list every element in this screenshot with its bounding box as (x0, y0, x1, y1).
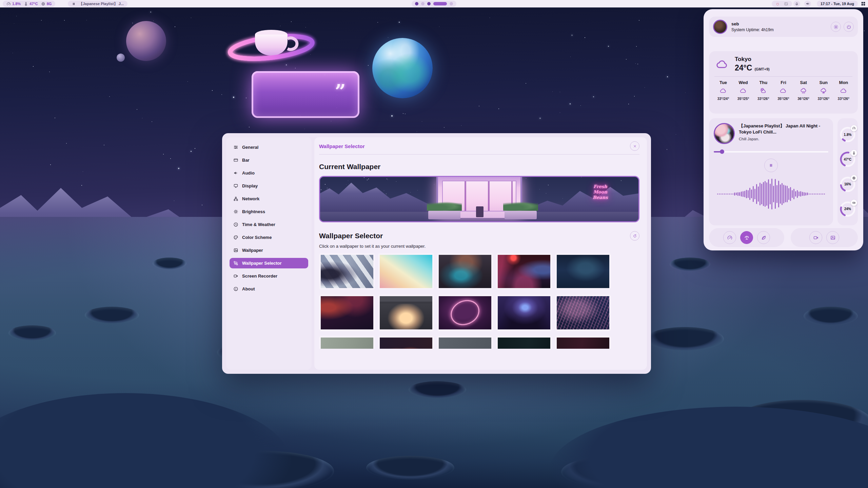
screen-record-button[interactable] (809, 231, 822, 244)
avatar (713, 20, 727, 34)
waveform-bar (782, 183, 783, 205)
star (109, 96, 110, 97)
workspace-indicator[interactable] (412, 1, 456, 7)
star (188, 81, 188, 82)
power-profile-balanced-button[interactable] (740, 231, 753, 244)
wallpaper-thumb-lofi-coffee-shop[interactable] (378, 294, 434, 331)
waveform-bar (798, 191, 800, 196)
forecast-temps: 33°/24° (717, 97, 729, 101)
star (526, 178, 526, 179)
refresh-button[interactable] (630, 231, 639, 241)
wallpaper-thumb-black-hole-ring[interactable] (437, 294, 493, 331)
wallpaper-thumb-cyberpunk-arcade[interactable] (496, 253, 552, 290)
image-tray-icon[interactable] (784, 2, 788, 6)
waveform-bar (821, 194, 822, 195)
workspace-dot-1[interactable] (415, 2, 418, 5)
dashboard-icon[interactable] (861, 1, 866, 6)
sliders-icon (233, 145, 238, 150)
sidebar-item-about[interactable]: About (230, 284, 308, 294)
star (405, 114, 406, 114)
star (539, 118, 541, 119)
star (83, 171, 83, 172)
cat-tray-icon[interactable] (775, 2, 780, 6)
current-wallpaper-preview[interactable]: FreshMoonBeans (319, 176, 639, 222)
wallpaper-thumb-grey-minimal[interactable] (437, 336, 493, 349)
wallpaper-thumb-dark-maroon[interactable] (555, 336, 611, 349)
star (212, 90, 213, 91)
sidebar-item-label: About (242, 286, 255, 291)
wallpaper-thumb-red-cliff-figure[interactable] (319, 294, 375, 331)
workspace-dot-2[interactable] (421, 2, 425, 5)
close-button[interactable] (630, 141, 639, 151)
sidebar-item-audio[interactable]: Audio (230, 168, 308, 178)
wallpaper-thumb-wire-mesh-wave[interactable] (555, 294, 611, 331)
sidebar-item-brightness[interactable]: Brightness (230, 206, 308, 217)
forecast-temps: 33°/26° (817, 97, 829, 101)
notifications-button[interactable] (793, 1, 800, 7)
wallpaper-thumb-dark-forest[interactable] (555, 253, 611, 290)
wallpaper-thumb-autumn-dark[interactable] (378, 336, 434, 349)
waveform-bar (795, 191, 796, 197)
sidebar-item-wallpaper[interactable]: Wallpaper (230, 245, 308, 256)
wallpaper-grid (319, 253, 639, 349)
side-panel: seb System Uptime: 4h19m Tokyo 24°C (GMT… (704, 9, 863, 250)
waveform-bar (824, 194, 825, 195)
sidebar-item-general[interactable]: General (230, 142, 308, 152)
wallpaper-thumb-sage-field[interactable] (319, 336, 375, 349)
star (461, 125, 461, 126)
sidebar-item-wallpaper-selector[interactable]: Wallpaper Selector (230, 258, 308, 268)
system-stats-pill[interactable]: 1.8% 47°C 8G (3, 1, 55, 7)
waveform-bar (819, 194, 820, 195)
sidebar-item-color-scheme[interactable]: Color Scheme (230, 232, 308, 243)
sidebar-item-bar[interactable]: Bar (230, 155, 308, 165)
chip-icon (41, 2, 45, 6)
workspace-dot-3[interactable] (427, 2, 431, 5)
waveform-bar (815, 194, 816, 195)
wallpaper-thumb-nebula-forest[interactable] (496, 294, 552, 331)
sidebar-item-label: Brightness (242, 209, 265, 214)
forecast-day-label: Wed (739, 80, 748, 85)
sidebar-item-network[interactable]: Network (230, 194, 308, 204)
volume-button[interactable] (804, 1, 811, 7)
seek-slider[interactable] (714, 149, 828, 154)
star (560, 92, 560, 92)
wallpaper-thumb-anime-crosswalk[interactable] (319, 253, 375, 290)
waveform-bar (729, 194, 730, 195)
clock-pill[interactable]: 17:17 - Tue, 19 Aug (817, 1, 858, 7)
wallpaper-thumb-dark-teal[interactable] (496, 336, 552, 349)
power-profile-power-saver-button[interactable] (757, 231, 770, 244)
weather-temp: 24°C (735, 63, 752, 73)
sidebar-item-time-weather[interactable]: Time & Weather (230, 219, 308, 230)
settings-sidebar: GeneralBarAudioDisplayNetworkBrightnessT… (226, 137, 312, 370)
workspace-dot-4[interactable] (433, 2, 447, 5)
wallpaper-thumb-pastel-gradient[interactable] (378, 253, 434, 290)
waveform-bar (746, 190, 747, 198)
media-pill[interactable]: 【Japanese Playlist】 J... (68, 1, 127, 7)
star (422, 121, 422, 122)
settings-button[interactable] (831, 22, 841, 32)
sidebar-item-screen-recorder[interactable]: Screen Recorder (230, 271, 308, 281)
star (479, 106, 479, 106)
waveform-bar (734, 192, 735, 196)
wallpaper-thumb-blur-abstract[interactable] (437, 253, 493, 290)
play-pause-button[interactable] (764, 159, 778, 172)
waveform-bar (771, 179, 772, 209)
workspace-dot-5[interactable] (450, 2, 453, 5)
forecast-temps: 33°/26° (757, 97, 769, 101)
palette-icon (233, 235, 238, 240)
selector-heading: Wallpaper Selector (319, 232, 383, 240)
power-profile-performance-button[interactable] (723, 231, 736, 244)
waveform-bar (805, 192, 806, 196)
power-button[interactable] (844, 22, 854, 32)
star (81, 185, 82, 186)
wallpaper-button[interactable] (826, 231, 839, 244)
sidebar-item-label: Wallpaper Selector (242, 261, 282, 266)
star (593, 96, 594, 97)
sidebar-item-display[interactable]: Display (230, 181, 308, 191)
star (548, 185, 549, 185)
seek-knob[interactable] (720, 149, 724, 154)
star (368, 65, 369, 66)
star (444, 127, 445, 128)
sidebar-item-label: Time & Weather (242, 222, 275, 227)
system-tray[interactable] (772, 1, 792, 7)
